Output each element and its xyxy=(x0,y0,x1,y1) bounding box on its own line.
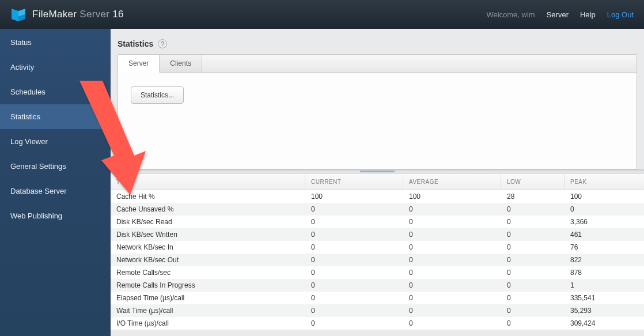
sidebar-item-general-settings[interactable]: General Settings xyxy=(0,154,111,179)
splitter-handle-icon[interactable] xyxy=(360,171,395,172)
brand-part1: FileMaker xyxy=(32,9,77,20)
cell-type: Wait Time (µs)/call xyxy=(111,304,305,317)
cell-peak: 309,424 xyxy=(565,317,634,330)
page-title: Statistics xyxy=(118,39,153,48)
cell-low: 28 xyxy=(501,190,565,203)
splitter[interactable] xyxy=(111,170,644,173)
table-row[interactable]: I/O Time (µs)/call000309,424 xyxy=(111,317,644,330)
cell-type: Remote Calls In Progress xyxy=(111,279,305,292)
table-row[interactable]: Remote Calls In Progress0001 xyxy=(111,279,644,292)
table-row[interactable]: Wait Time (µs)/call00035,293 xyxy=(111,304,644,317)
cell-peak: 3,366 xyxy=(565,216,634,228)
cell-average: 0 xyxy=(403,203,501,216)
cell-type: Disk KB/sec Read xyxy=(111,216,305,228)
sidebar: Status Activity Schedules Statistics Log… xyxy=(0,29,111,336)
cell-low: 0 xyxy=(501,216,565,228)
table-row[interactable]: Disk KB/sec Read0003,366 xyxy=(111,216,644,228)
tab-clients[interactable]: Clients xyxy=(160,55,202,72)
sidebar-item-web-publishing[interactable]: Web Publishing xyxy=(0,203,111,228)
cell-low: 0 xyxy=(501,292,565,304)
stats-table: TYPE CURRENT AVERAGE LOW PEAK Cache Hit … xyxy=(111,173,644,330)
help-icon[interactable]: ? xyxy=(158,39,167,48)
cell-peak: 878 xyxy=(565,266,634,279)
table-row[interactable]: Cache Hit %10010028100 xyxy=(111,190,644,203)
table-row[interactable]: Remote Calls/sec000878 xyxy=(111,266,644,279)
brand-part2: Server xyxy=(79,9,109,20)
cell-peak: 1 xyxy=(565,279,634,292)
table-row[interactable]: Cache Unsaved %0000 xyxy=(111,203,644,216)
cell-average: 0 xyxy=(403,241,501,254)
table-row[interactable]: Network KB/sec In00076 xyxy=(111,241,644,254)
table-header-row: TYPE CURRENT AVERAGE LOW PEAK xyxy=(111,174,644,190)
cell-current: 0 xyxy=(305,216,403,228)
page-header: Statistics ? xyxy=(111,29,644,54)
cell-average: 0 xyxy=(403,317,501,330)
sidebar-item-database-server[interactable]: Database Server xyxy=(0,179,111,203)
cell-current: 0 xyxy=(305,292,403,304)
sidebar-item-schedules[interactable]: Schedules xyxy=(0,80,111,104)
statistics-settings-button[interactable]: Statistics... xyxy=(131,86,184,104)
welcome-text: Welcome, wim xyxy=(486,10,535,19)
col-low[interactable]: LOW xyxy=(501,174,565,190)
cell-average: 0 xyxy=(403,279,501,292)
cell-current: 100 xyxy=(305,190,403,203)
cell-low: 0 xyxy=(501,203,565,216)
help-link[interactable]: Help xyxy=(580,10,596,19)
cell-average: 100 xyxy=(403,190,501,203)
cell-average: 0 xyxy=(403,304,501,317)
cell-type: Network KB/sec Out xyxy=(111,254,305,266)
table-row[interactable]: Disk KB/sec Written000461 xyxy=(111,228,644,241)
cell-current: 0 xyxy=(305,254,403,266)
main-content: Statistics ? Server Clients Statistics..… xyxy=(111,29,644,336)
col-average[interactable]: AVERAGE xyxy=(403,174,501,190)
tab-panel: Server Clients Statistics... xyxy=(118,54,637,170)
cell-current: 0 xyxy=(305,228,403,241)
cell-current: 0 xyxy=(305,203,403,216)
cell-type: I/O Time (µs)/call xyxy=(111,317,305,330)
topbar: FileMaker Server 16 Welcome, wim Server … xyxy=(0,0,644,29)
sidebar-item-log-viewer[interactable]: Log Viewer xyxy=(0,129,111,154)
sidebar-item-statistics[interactable]: Statistics xyxy=(0,104,111,129)
sidebar-item-status[interactable]: Status xyxy=(0,30,111,55)
brand-text: FileMaker Server 16 xyxy=(32,9,124,20)
cell-average: 0 xyxy=(403,216,501,228)
tabs: Server Clients xyxy=(118,55,637,73)
sidebar-item-activity[interactable]: Activity xyxy=(0,55,111,80)
cell-average: 0 xyxy=(403,254,501,266)
tab-body: Statistics... xyxy=(118,73,637,169)
table-rows: Cache Hit %10010028100Cache Unsaved %000… xyxy=(111,190,644,330)
col-peak[interactable]: PEAK xyxy=(565,174,634,190)
cell-type: Disk KB/sec Written xyxy=(111,228,305,241)
cell-low: 0 xyxy=(501,254,565,266)
cell-current: 0 xyxy=(305,241,403,254)
cell-type: Cache Hit % xyxy=(111,190,305,203)
cell-type: Network KB/sec In xyxy=(111,241,305,254)
cell-type: Elapsed Time (µs)/call xyxy=(111,292,305,304)
server-link[interactable]: Server xyxy=(547,10,569,19)
cell-peak: 76 xyxy=(565,241,634,254)
cell-peak: 461 xyxy=(565,228,634,241)
cell-average: 0 xyxy=(403,266,501,279)
table-row[interactable]: Elapsed Time (µs)/call000335,541 xyxy=(111,292,644,304)
col-current[interactable]: CURRENT xyxy=(305,174,403,190)
cell-peak: 335,541 xyxy=(565,292,634,304)
logout-link[interactable]: Log Out xyxy=(607,10,634,19)
cell-current: 0 xyxy=(305,304,403,317)
cell-peak: 0 xyxy=(565,203,634,216)
cell-low: 0 xyxy=(501,241,565,254)
cell-peak: 822 xyxy=(565,254,634,266)
table-row[interactable]: Network KB/sec Out000822 xyxy=(111,254,644,266)
cell-peak: 100 xyxy=(565,190,634,203)
col-type[interactable]: TYPE xyxy=(111,174,305,190)
page-body: Status Activity Schedules Statistics Log… xyxy=(0,29,644,336)
filemaker-logo-icon xyxy=(10,6,26,22)
topbar-right: Welcome, wim Server Help Log Out xyxy=(486,10,634,19)
cell-average: 0 xyxy=(403,292,501,304)
cell-peak: 35,293 xyxy=(565,304,634,317)
cell-current: 0 xyxy=(305,266,403,279)
cell-low: 0 xyxy=(501,266,565,279)
cell-low: 0 xyxy=(501,279,565,292)
cell-type: Cache Unsaved % xyxy=(111,203,305,216)
tab-server[interactable]: Server xyxy=(118,55,160,73)
cell-low: 0 xyxy=(501,304,565,317)
